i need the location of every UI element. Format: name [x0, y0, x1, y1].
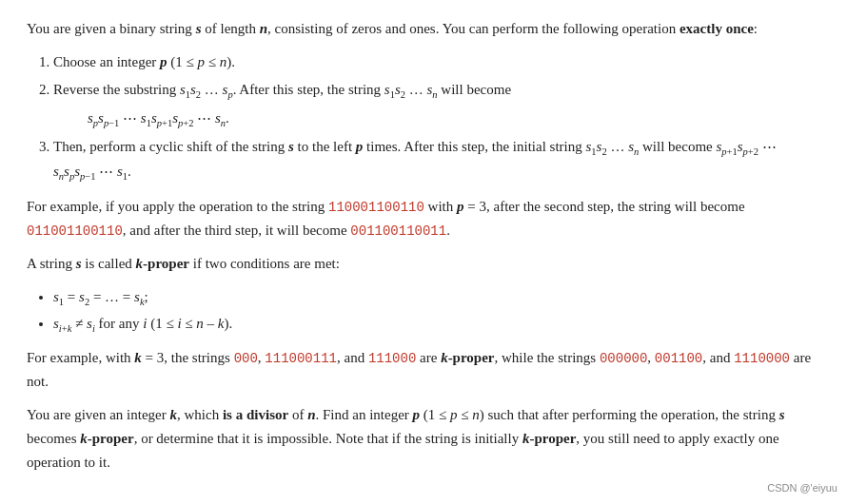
- main-content: You are given a binary string s of lengt…: [27, 17, 820, 474]
- step2-equation: spsp−1 ⋯ s1sp+1sp+2 ⋯ sn.: [88, 107, 820, 131]
- k-proper-condition-2: si+k ≠ si for any i (1 ≤ i ≤ n – k).: [53, 312, 820, 337]
- example1-paragraph: For example, if you apply the operation …: [27, 195, 820, 242]
- step-1: Choose an integer p (1 ≤ p ≤ n).: [53, 50, 820, 74]
- step-3: Then, perform a cyclic shift of the stri…: [53, 135, 820, 185]
- step-2: Reverse the substring s1s2 … sp. After t…: [53, 78, 820, 132]
- example2-paragraph: For example, with k = 3, the strings 000…: [27, 346, 820, 394]
- k-proper-intro: A string s is called k-proper if two con…: [27, 252, 820, 276]
- k-proper-condition-1: s1 = s2 = … = sk;: [53, 285, 820, 310]
- steps-list: Choose an integer p (1 ≤ p ≤ n). Reverse…: [53, 50, 820, 185]
- intro-paragraph: You are given a binary string s of lengt…: [27, 17, 820, 41]
- watermark: CSDN @'eiyuu: [767, 479, 837, 496]
- k-proper-conditions: s1 = s2 = … = sk; si+k ≠ si for any i (1…: [53, 285, 820, 338]
- final-paragraph: You are given an integer k, which is a d…: [27, 403, 820, 474]
